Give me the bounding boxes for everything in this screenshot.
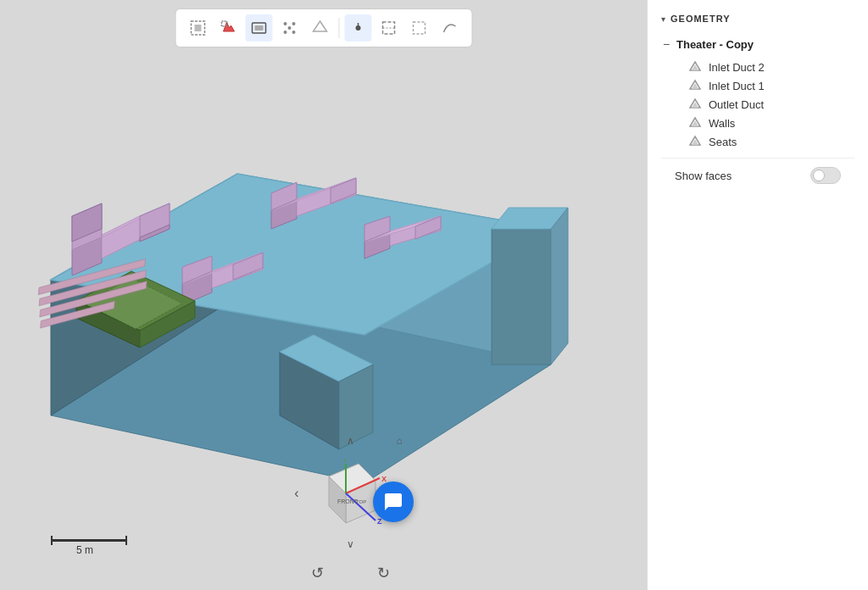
orientation-up[interactable]: ∧ (338, 429, 362, 453)
tree-item-inlet-duct-2[interactable]: Inlet Duct 2 (685, 58, 854, 76)
geometry-title: GEOMETRY (670, 14, 731, 24)
tool-measure-box[interactable] (375, 14, 402, 42)
walls-label: Walls (709, 117, 735, 130)
toggle-knob (813, 170, 825, 181)
tool-surface[interactable] (306, 14, 333, 42)
rotate-ccw-button[interactable]: ↺ (305, 561, 329, 585)
svg-point-48 (283, 31, 287, 34)
outlet-duct-label: Outlet Duct (709, 98, 764, 111)
seats-icon (688, 135, 702, 148)
inlet-duct-1-icon (688, 79, 702, 92)
svg-point-50 (287, 26, 291, 30)
tool-curve[interactable] (436, 14, 463, 42)
inlet-duct-2-icon (688, 60, 702, 74)
show-faces-toggle[interactable] (810, 167, 841, 184)
orientation-down[interactable]: ∨ (338, 532, 362, 556)
scale-line (51, 539, 127, 542)
svg-rect-42 (194, 25, 201, 31)
tree-item-inlet-duct-1[interactable]: Inlet Duct 1 (685, 76, 854, 95)
geometry-collapse-icon[interactable]: ▾ (661, 14, 665, 24)
walls-icon (688, 116, 702, 130)
tree-parent[interactable]: − Theater - Copy (661, 34, 854, 54)
svg-marker-5 (492, 229, 551, 365)
tree-item-seats[interactable]: Seats (685, 132, 854, 151)
orientation-home[interactable]: ⌂ (387, 429, 411, 453)
tree-children: Inlet Duct 2 Inlet Duct 1 (661, 58, 854, 151)
svg-marker-51 (313, 21, 326, 31)
toolbar-separator-1 (338, 18, 339, 38)
geometry-header: ▾ GEOMETRY (661, 14, 854, 24)
tool-vertex[interactable] (344, 14, 371, 42)
scale-bar: 5 m (51, 539, 127, 556)
geometry-section: ▾ GEOMETRY − Theater - Copy Inlet Duct 2 (648, 0, 868, 206)
toolbar (175, 8, 472, 47)
scale-value: 5 m (76, 544, 93, 556)
inlet-duct-2-label: Inlet Duct 2 (709, 61, 765, 74)
tool-select-points[interactable] (275, 14, 303, 42)
tool-filter[interactable] (405, 14, 432, 42)
tool-select-object[interactable] (214, 14, 242, 42)
orientation-left[interactable]: ‹ (285, 481, 309, 505)
svg-rect-45 (254, 25, 263, 31)
svg-rect-56 (413, 22, 425, 34)
svg-marker-7 (551, 208, 568, 365)
rotate-cw-button[interactable]: ↻ (371, 561, 395, 585)
theater-copy-label[interactable]: Theater - Copy (676, 38, 754, 51)
tool-select-all[interactable] (184, 14, 211, 42)
show-faces-label: Show faces (675, 170, 732, 182)
inlet-duct-1-label: Inlet Duct 1 (709, 80, 765, 92)
tree-item-outlet-duct[interactable]: Outlet Duct (685, 95, 854, 114)
outlet-duct-icon (688, 97, 702, 111)
svg-point-47 (292, 22, 295, 25)
svg-point-49 (292, 31, 295, 34)
right-panel: ▾ GEOMETRY − Theater - Copy Inlet Duct 2 (647, 0, 868, 590)
svg-rect-54 (382, 22, 394, 34)
chat-button[interactable] (373, 481, 414, 522)
viewport-3d: 5 m ∧ ⌂ ‹ (0, 0, 647, 590)
tree-collapse-icon[interactable]: − (661, 37, 671, 51)
tool-select-face[interactable] (245, 14, 272, 42)
show-faces-row: Show faces (661, 158, 854, 192)
svg-text:Y: Y (342, 459, 348, 464)
svg-point-46 (283, 22, 287, 25)
tree-item-walls[interactable]: Walls (685, 114, 854, 132)
svg-text:TOP: TOP (356, 499, 366, 504)
seats-label: Seats (709, 136, 737, 148)
